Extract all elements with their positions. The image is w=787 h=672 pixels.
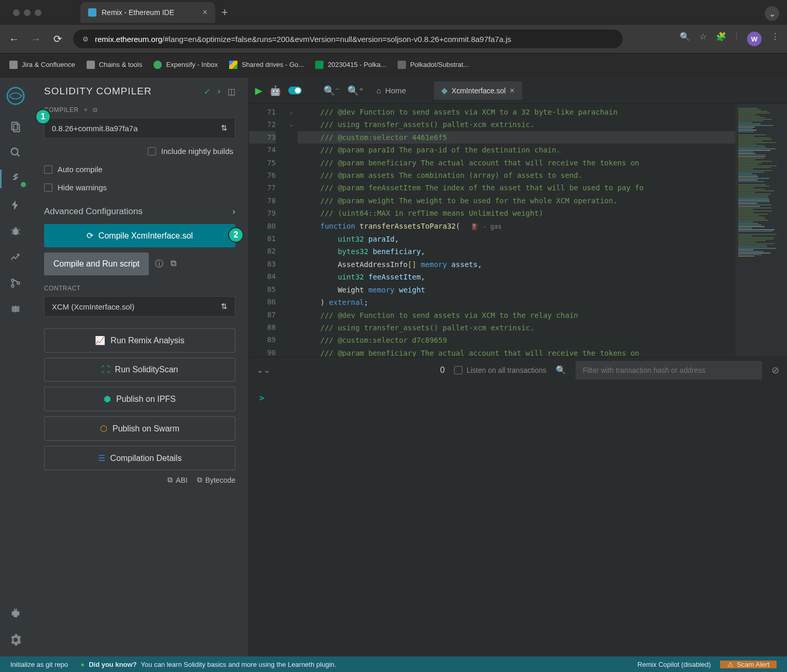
terminal-bar: ⌄⌄ 0 Listen on all transactions 🔍 ⊘ (249, 357, 787, 383)
browser-chrome: Remix - Ethereum IDE × + ⌄ ← → ⟳ ⚙ remix… (0, 0, 787, 78)
bookmark-drive[interactable]: Shared drives - Go... (229, 61, 304, 69)
site-settings-icon[interactable]: ⚙ (82, 35, 89, 43)
remix-app: 1 SOLIDITY COMPILER ✓ › ◫ COMPILER + ⧉ 0… (0, 78, 787, 656)
bookmark-sheet[interactable]: 20230415 - Polka... (315, 61, 386, 69)
minimap[interactable] (735, 104, 787, 357)
zoom-out-icon[interactable]: 🔍⁻ (324, 85, 340, 96)
plugin-manager-icon[interactable] (9, 608, 22, 619)
file-explorer-icon[interactable] (0, 121, 31, 132)
window-controls[interactable] (5, 9, 49, 16)
check-icon: ✓ (204, 87, 210, 96)
terminal-body[interactable]: > (249, 383, 787, 656)
code-body[interactable]: /// @dev Function to send assets via XCM… (298, 104, 735, 357)
terminal-search-icon[interactable]: 🔍 (556, 365, 566, 375)
toggle-switch[interactable] (288, 87, 302, 94)
reload-button[interactable]: ⟳ (51, 33, 64, 45)
panel-layout-icon[interactable]: ◫ (228, 87, 235, 96)
advanced-config-toggle[interactable]: Advanced Configurations › (44, 199, 235, 224)
editor-area: ▶ 🤖 🔍⁻ 🔍⁺ ⌂ Home ◆ XcmInterface.sol × 71… (249, 78, 787, 656)
refresh-icon: ⟳ (87, 231, 93, 241)
minimize-window-icon[interactable] (24, 9, 31, 16)
url-bar: ← → ⟳ ⚙ remix.ethereum.org/#lang=en&opti… (0, 25, 787, 53)
search-icon[interactable] (0, 147, 31, 158)
editor-toolbar: ▶ 🤖 🔍⁻ 🔍⁺ ⌂ Home ◆ XcmInterface.sol × (249, 78, 787, 104)
zoom-icon[interactable]: 🔍 (680, 32, 690, 46)
compiler-version-select[interactable]: 0.8.26+commit.8a97fa7a ⇅ (44, 118, 235, 138)
details-icon: ☰ (98, 453, 105, 463)
compiled-success-badge-icon (20, 181, 27, 188)
url-text: remix.ethereum.org/#lang=en&optimize=fal… (95, 35, 613, 44)
listen-all-tx-checkbox[interactable]: Listen on all transactions (454, 366, 546, 374)
tab-bar: Remix - Ethereum IDE × + ⌄ (0, 0, 787, 25)
bookmark-expensify[interactable]: Expensify - Inbox (153, 61, 218, 69)
tab-title: Remix - Ethereum IDE (102, 8, 198, 17)
close-tab-icon[interactable]: × (203, 8, 207, 17)
svg-point-4 (13, 229, 19, 235)
close-window-icon[interactable] (13, 9, 20, 16)
browser-menu-icon[interactable]: ⋮ (771, 32, 779, 46)
chevron-right-icon: › (232, 206, 235, 217)
contract-select[interactable]: XCM (XcmInterface.sol) ⇅ (44, 296, 235, 317)
status-bar: Initialize as git repo ● Did you know? Y… (0, 656, 787, 672)
editor-file-tab[interactable]: ◆ XcmInterface.sol × (434, 81, 522, 100)
profile-avatar[interactable]: W (747, 32, 762, 46)
close-file-tab-icon[interactable]: × (510, 86, 514, 95)
run-icon[interactable]: ▶ (255, 85, 262, 96)
info-icon[interactable]: ⓘ (155, 259, 163, 270)
initialize-git-button[interactable]: Initialize as git repo (10, 661, 68, 668)
copy-icon[interactable]: ⧉ (171, 259, 176, 270)
svg-point-3 (11, 148, 18, 155)
copy-bytecode-button[interactable]: ⧉ Bytecode (197, 475, 235, 484)
extensions-icon[interactable]: 🧩 (716, 32, 726, 46)
fold-column[interactable]: ⌄⌄ (285, 104, 298, 357)
zoom-in-icon[interactable]: 🔍⁺ (347, 85, 364, 96)
compilation-details-button[interactable]: ☰ Compilation Details (44, 446, 235, 470)
robot-icon[interactable]: 🤖 (270, 85, 281, 96)
remix-logo-icon[interactable] (5, 86, 26, 106)
forward-button[interactable]: → (30, 33, 42, 45)
browser-tab[interactable]: Remix - Ethereum IDE × (80, 2, 215, 23)
code-editor[interactable]: 7172737475767778798081828384858687888990… (249, 104, 787, 357)
compiler-panel: SOLIDITY COMPILER ✓ › ◫ COMPILER + ⧉ 0.8… (31, 78, 249, 656)
remix-favicon-icon (88, 8, 96, 17)
auto-compile-checkbox[interactable]: Auto compile (44, 163, 235, 176)
link-compiler-icon[interactable]: ⧉ (93, 106, 98, 114)
terminal-clear-icon[interactable]: ⊘ (771, 365, 779, 376)
run-solidityscan-button[interactable]: ⛶ Run SolidityScan (44, 358, 235, 382)
git-icon[interactable] (0, 277, 31, 289)
solidity-compiler-icon[interactable] (0, 173, 31, 185)
copilot-status[interactable]: Remix Copilot (disabled) (638, 661, 721, 668)
tx-filter-input[interactable] (575, 361, 762, 380)
run-remix-analysis-button[interactable]: 📈 Run Remix Analysis (44, 328, 235, 353)
bookmark-jira[interactable]: Jira & Confluence (9, 61, 75, 69)
bookmark-polkadot[interactable]: Polkadot/Substrat... (398, 61, 469, 69)
home-tab[interactable]: ⌂ Home (376, 86, 406, 95)
deploy-run-icon[interactable] (0, 200, 31, 211)
terminal-expand-icon[interactable]: ⌄⌄ (257, 365, 270, 375)
hide-warnings-checkbox[interactable]: Hide warnings (44, 181, 235, 194)
copy-abi-button[interactable]: ⧉ ABI (167, 475, 188, 484)
debugger-icon[interactable] (0, 226, 31, 237)
compile-button[interactable]: ⟳ Compile XcmInterface.sol (44, 224, 235, 247)
analytics-icon[interactable] (0, 251, 31, 263)
publish-swarm-button[interactable]: ⬡ Publish on Swarm (44, 416, 235, 441)
chevron-right-icon[interactable]: › (218, 87, 220, 96)
scam-alert-button[interactable]: ⚠ Scam Alert (720, 661, 777, 668)
warning-icon: ⚠ (727, 661, 734, 668)
compile-and-run-button[interactable]: Compile and Run script (44, 253, 149, 275)
address-bar[interactable]: ⚙ remix.ethereum.org/#lang=en&optimize=f… (73, 30, 623, 48)
bookmarks-bar: Jira & Confluence Chains & tools Expensi… (0, 53, 787, 76)
publish-ipfs-button[interactable]: ⬢ Publish on IPFS (44, 387, 235, 411)
maximize-window-icon[interactable] (35, 9, 41, 16)
bookmark-chains[interactable]: Chains & tools (87, 61, 143, 69)
add-compiler-icon[interactable]: + (84, 106, 88, 114)
settings-icon[interactable] (9, 634, 22, 646)
svg-point-7 (17, 282, 20, 285)
new-tab-button[interactable]: + (221, 6, 228, 19)
bookmark-star-icon[interactable]: ☆ (699, 32, 707, 46)
learneth-icon[interactable] (0, 303, 31, 315)
svg-point-6 (11, 285, 14, 287)
back-button[interactable]: ← (8, 33, 20, 45)
include-nightly-checkbox[interactable]: Include nightly builds (44, 145, 235, 158)
tabs-dropdown-button[interactable]: ⌄ (765, 6, 779, 21)
